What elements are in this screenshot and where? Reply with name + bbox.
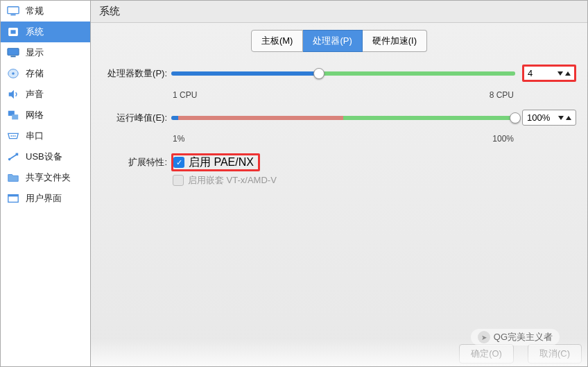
svg-rect-16 <box>8 195 18 197</box>
disk-icon <box>6 67 20 80</box>
svg-rect-5 <box>10 56 15 58</box>
ext-label: 扩展特性: <box>102 156 171 169</box>
tab-motherboard[interactable]: 主板(M) <box>251 30 304 52</box>
nested-vt-checkbox[interactable] <box>173 175 184 186</box>
sidebar-item-label: 用户界面 <box>26 192 62 205</box>
cpu-count-slider[interactable] <box>171 71 515 76</box>
svg-rect-3 <box>10 30 15 33</box>
exec-cap-slider[interactable] <box>171 116 515 120</box>
sidebar-item-audio[interactable]: 声音 <box>1 84 90 105</box>
pae-nx-label: 启用 PAE/NX <box>189 155 254 170</box>
tab-acceleration[interactable]: 硬件加速(I) <box>363 30 427 52</box>
serial-icon <box>6 130 20 142</box>
cap-max-label: 100% <box>492 134 514 144</box>
sidebar-item-label: 存储 <box>26 67 44 80</box>
watermark: ➤QG完美主义者 <box>471 329 560 345</box>
cancel-button[interactable]: 取消(C) <box>528 344 582 364</box>
slider-thumb[interactable] <box>313 68 325 79</box>
tab-processor[interactable]: 处理器(P) <box>303 30 362 52</box>
svg-point-10 <box>10 135 12 137</box>
sidebar-item-label: 常规 <box>26 5 44 17</box>
monitor-icon <box>6 46 20 59</box>
sidebar-item-serial[interactable]: 串口 <box>1 126 90 146</box>
cpu-min-label: 1 CPU <box>173 90 197 100</box>
cpu-max-label: 8 CPU <box>490 90 514 100</box>
cpu-count-value: 4 <box>528 68 533 78</box>
network-icon <box>6 109 20 121</box>
sidebar-item-ui[interactable]: 用户界面 <box>1 188 90 209</box>
page-title: 系统 <box>91 1 587 23</box>
chevron-down-icon[interactable] <box>557 71 563 76</box>
svg-point-13 <box>8 158 11 161</box>
folder-icon <box>6 171 20 184</box>
chevron-up-icon[interactable] <box>565 71 571 76</box>
svg-point-7 <box>12 72 15 75</box>
ok-button[interactable]: 确定(O) <box>459 344 514 364</box>
exec-cap-value: 100% <box>527 112 550 123</box>
sidebar-item-system[interactable]: 系统 <box>1 22 90 42</box>
chevron-down-icon[interactable] <box>558 116 564 120</box>
exec-cap-label: 运行峰值(E): <box>102 112 171 124</box>
sidebar-item-network[interactable]: 网络 <box>1 105 90 126</box>
speaker-icon <box>6 88 20 101</box>
cpu-count-label: 处理器数量(P): <box>102 67 171 80</box>
slider-thumb[interactable] <box>510 112 521 123</box>
svg-rect-9 <box>12 114 18 119</box>
usb-icon <box>6 151 20 163</box>
svg-rect-4 <box>8 49 19 56</box>
sidebar-item-label: 串口 <box>26 130 44 142</box>
chip-icon <box>6 26 20 38</box>
nested-vt-label: 启用嵌套 VT-x/AMD-V <box>188 174 277 187</box>
svg-rect-14 <box>16 153 19 156</box>
sidebar-item-usb[interactable]: USB设备 <box>1 146 90 167</box>
sidebar-item-label: 声音 <box>26 88 44 101</box>
display-icon <box>6 5 20 17</box>
chevron-up-icon[interactable] <box>566 116 571 120</box>
sidebar-item-label: 共享文件夹 <box>26 171 71 184</box>
window-icon <box>6 192 20 205</box>
sidebar-item-shared[interactable]: 共享文件夹 <box>1 167 90 188</box>
sidebar-item-label: 显示 <box>26 46 44 59</box>
sidebar-item-label: USB设备 <box>26 151 62 163</box>
exec-cap-spinner[interactable]: 100% <box>522 110 576 126</box>
sidebar-item-general[interactable]: 常规 <box>1 1 90 22</box>
sidebar-item-label: 系统 <box>26 26 44 38</box>
cpu-count-spinner[interactable]: 4 <box>522 65 576 82</box>
sidebar-item-storage[interactable]: 存储 <box>1 63 90 84</box>
footer: 确定(O) 取消(C) <box>459 344 582 364</box>
sidebar: 常规 系统 显示 存储 声音 网络 串口 USB设备 共享文件夹 用户界面 <box>1 1 91 366</box>
svg-point-11 <box>12 135 14 137</box>
wechat-icon: ➤ <box>478 331 490 343</box>
svg-point-12 <box>15 135 16 137</box>
pae-nx-checkbox[interactable]: ✓ <box>173 157 184 168</box>
tabs: 主板(M) 处理器(P) 硬件加速(I) <box>99 30 579 52</box>
svg-rect-1 <box>10 15 15 16</box>
svg-rect-0 <box>8 7 19 14</box>
sidebar-item-label: 网络 <box>26 109 44 121</box>
cap-min-label: 1% <box>173 134 184 144</box>
sidebar-item-display[interactable]: 显示 <box>1 42 90 63</box>
